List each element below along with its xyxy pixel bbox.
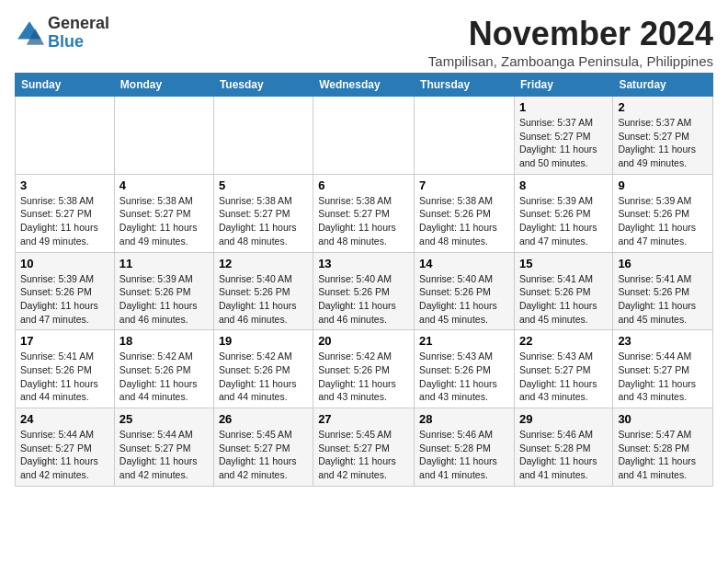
calendar-cell: 21Sunrise: 5:43 AM Sunset: 5:26 PM Dayli…: [415, 330, 515, 408]
day-number: 23: [618, 334, 708, 348]
day-info: Sunrise: 5:41 AM Sunset: 5:26 PM Dayligh…: [618, 272, 708, 327]
day-number: 21: [419, 334, 509, 348]
day-number: 14: [419, 257, 509, 270]
calendar-body: 1Sunrise: 5:37 AM Sunset: 5:27 PM Daylig…: [16, 97, 713, 487]
calendar-cell: 8Sunrise: 5:39 AM Sunset: 5:26 PM Daylig…: [514, 174, 612, 252]
day-info: Sunrise: 5:39 AM Sunset: 5:26 PM Dayligh…: [519, 194, 608, 248]
day-number: 19: [219, 334, 308, 348]
logo-general-text: General: [48, 14, 109, 32]
day-number: 7: [419, 178, 509, 192]
day-header-sunday: Sunday: [16, 74, 115, 97]
day-info: Sunrise: 5:40 AM Sunset: 5:26 PM Dayligh…: [219, 272, 308, 327]
calendar-cell: 18Sunrise: 5:42 AM Sunset: 5:26 PM Dayli…: [114, 330, 213, 408]
day-info: Sunrise: 5:40 AM Sunset: 5:26 PM Dayligh…: [419, 272, 509, 327]
calendar-cell: 28Sunrise: 5:46 AM Sunset: 5:28 PM Dayli…: [415, 408, 515, 487]
day-number: 8: [519, 178, 608, 192]
calendar-week-3: 10Sunrise: 5:39 AM Sunset: 5:26 PM Dayli…: [16, 252, 713, 330]
day-number: 13: [318, 257, 409, 270]
calendar-cell: 12Sunrise: 5:40 AM Sunset: 5:26 PM Dayli…: [213, 252, 313, 330]
day-number: 6: [318, 178, 409, 192]
day-header-saturday: Saturday: [613, 74, 713, 97]
location-text: Tampilisan, Zamboanga Peninsula, Philipp…: [428, 53, 713, 69]
day-header-tuesday: Tuesday: [213, 74, 313, 97]
day-info: Sunrise: 5:41 AM Sunset: 5:26 PM Dayligh…: [519, 272, 608, 327]
day-number: 16: [618, 257, 708, 270]
day-info: Sunrise: 5:44 AM Sunset: 5:27 PM Dayligh…: [618, 350, 708, 404]
calendar-header-row: SundayMondayTuesdayWednesdayThursdayFrid…: [16, 74, 713, 97]
day-number: 5: [219, 178, 308, 192]
day-number: 2: [618, 100, 708, 114]
day-info: Sunrise: 5:37 AM Sunset: 5:27 PM Dayligh…: [618, 116, 708, 170]
logo-icon: [15, 18, 44, 48]
day-info: Sunrise: 5:42 AM Sunset: 5:26 PM Dayligh…: [119, 350, 209, 404]
calendar-cell: 22Sunrise: 5:43 AM Sunset: 5:27 PM Dayli…: [514, 330, 612, 408]
day-info: Sunrise: 5:45 AM Sunset: 5:27 PM Dayligh…: [318, 428, 409, 482]
calendar-cell: [313, 97, 415, 175]
calendar-cell: 20Sunrise: 5:42 AM Sunset: 5:26 PM Dayli…: [313, 330, 415, 408]
day-header-monday: Monday: [114, 74, 213, 97]
day-header-wednesday: Wednesday: [313, 74, 415, 97]
day-info: Sunrise: 5:46 AM Sunset: 5:28 PM Dayligh…: [519, 428, 608, 482]
calendar-cell: 7Sunrise: 5:38 AM Sunset: 5:26 PM Daylig…: [415, 174, 515, 252]
logo-blue-text: Blue: [48, 32, 84, 51]
day-number: 11: [119, 257, 209, 270]
day-header-friday: Friday: [514, 74, 612, 97]
day-info: Sunrise: 5:43 AM Sunset: 5:27 PM Dayligh…: [519, 350, 608, 404]
calendar-week-2: 3Sunrise: 5:38 AM Sunset: 5:27 PM Daylig…: [16, 174, 713, 252]
day-info: Sunrise: 5:39 AM Sunset: 5:26 PM Dayligh…: [618, 194, 708, 248]
day-info: Sunrise: 5:39 AM Sunset: 5:26 PM Dayligh…: [119, 272, 209, 327]
day-info: Sunrise: 5:38 AM Sunset: 5:27 PM Dayligh…: [318, 194, 409, 248]
calendar-cell: 10Sunrise: 5:39 AM Sunset: 5:26 PM Dayli…: [16, 252, 115, 330]
calendar-table: SundayMondayTuesdayWednesdayThursdayFrid…: [15, 73, 713, 487]
page-header: General Blue November 2024 Tampilisan, Z…: [15, 15, 713, 69]
calendar-cell: 27Sunrise: 5:45 AM Sunset: 5:27 PM Dayli…: [313, 408, 415, 487]
day-info: Sunrise: 5:45 AM Sunset: 5:27 PM Dayligh…: [219, 428, 308, 482]
day-number: 10: [20, 257, 109, 270]
calendar-cell: 2Sunrise: 5:37 AM Sunset: 5:27 PM Daylig…: [613, 97, 713, 175]
calendar-cell: 25Sunrise: 5:44 AM Sunset: 5:27 PM Dayli…: [114, 408, 213, 487]
day-number: 27: [318, 412, 409, 426]
calendar-cell: 5Sunrise: 5:38 AM Sunset: 5:27 PM Daylig…: [213, 174, 313, 252]
day-number: 3: [20, 178, 109, 192]
day-number: 22: [519, 334, 608, 348]
calendar-cell: [213, 97, 313, 175]
calendar-cell: 26Sunrise: 5:45 AM Sunset: 5:27 PM Dayli…: [213, 408, 313, 487]
calendar-week-1: 1Sunrise: 5:37 AM Sunset: 5:27 PM Daylig…: [16, 97, 713, 175]
day-info: Sunrise: 5:44 AM Sunset: 5:27 PM Dayligh…: [20, 428, 109, 482]
day-number: 15: [519, 257, 608, 270]
calendar-cell: [16, 97, 115, 175]
calendar-cell: 6Sunrise: 5:38 AM Sunset: 5:27 PM Daylig…: [313, 174, 415, 252]
day-info: Sunrise: 5:47 AM Sunset: 5:28 PM Dayligh…: [618, 428, 708, 482]
calendar-cell: 24Sunrise: 5:44 AM Sunset: 5:27 PM Dayli…: [16, 408, 115, 487]
calendar-cell: 29Sunrise: 5:46 AM Sunset: 5:28 PM Dayli…: [514, 408, 612, 487]
day-number: 12: [219, 257, 308, 270]
day-info: Sunrise: 5:38 AM Sunset: 5:26 PM Dayligh…: [419, 194, 509, 248]
day-info: Sunrise: 5:39 AM Sunset: 5:26 PM Dayligh…: [20, 272, 109, 327]
day-number: 4: [119, 178, 209, 192]
day-info: Sunrise: 5:42 AM Sunset: 5:26 PM Dayligh…: [318, 350, 409, 404]
day-number: 24: [20, 412, 109, 426]
calendar-cell: [415, 97, 515, 175]
day-info: Sunrise: 5:43 AM Sunset: 5:26 PM Dayligh…: [419, 350, 509, 404]
day-number: 17: [20, 334, 109, 348]
calendar-cell: 13Sunrise: 5:40 AM Sunset: 5:26 PM Dayli…: [313, 252, 415, 330]
day-info: Sunrise: 5:41 AM Sunset: 5:26 PM Dayligh…: [20, 350, 109, 404]
day-info: Sunrise: 5:44 AM Sunset: 5:27 PM Dayligh…: [119, 428, 209, 482]
title-block: November 2024 Tampilisan, Zamboanga Peni…: [428, 15, 713, 69]
calendar-cell: 9Sunrise: 5:39 AM Sunset: 5:26 PM Daylig…: [613, 174, 713, 252]
calendar-cell: 16Sunrise: 5:41 AM Sunset: 5:26 PM Dayli…: [613, 252, 713, 330]
day-info: Sunrise: 5:38 AM Sunset: 5:27 PM Dayligh…: [20, 194, 109, 248]
logo: General Blue: [15, 15, 109, 52]
day-number: 9: [618, 178, 708, 192]
calendar-cell: 14Sunrise: 5:40 AM Sunset: 5:26 PM Dayli…: [415, 252, 515, 330]
day-info: Sunrise: 5:40 AM Sunset: 5:26 PM Dayligh…: [318, 272, 409, 327]
calendar-cell: 23Sunrise: 5:44 AM Sunset: 5:27 PM Dayli…: [613, 330, 713, 408]
calendar-cell: 3Sunrise: 5:38 AM Sunset: 5:27 PM Daylig…: [16, 174, 115, 252]
calendar-cell: 30Sunrise: 5:47 AM Sunset: 5:28 PM Dayli…: [613, 408, 713, 487]
day-info: Sunrise: 5:42 AM Sunset: 5:26 PM Dayligh…: [219, 350, 308, 404]
calendar-week-5: 24Sunrise: 5:44 AM Sunset: 5:27 PM Dayli…: [16, 408, 713, 487]
day-number: 1: [519, 100, 608, 114]
day-number: 20: [318, 334, 409, 348]
calendar-cell: 17Sunrise: 5:41 AM Sunset: 5:26 PM Dayli…: [16, 330, 115, 408]
day-number: 29: [519, 412, 608, 426]
